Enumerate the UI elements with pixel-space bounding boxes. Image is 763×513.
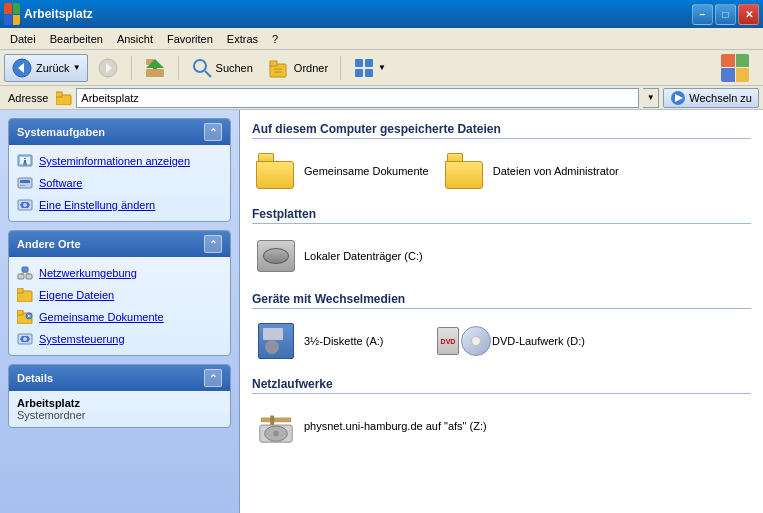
menu-favoriten[interactable]: Favoriten: [161, 31, 219, 47]
network-drive-label: physnet.uni-hamburg.de auf "afs" (Z:): [304, 420, 487, 432]
systemaufgaben-collapse[interactable]: ⌃: [204, 123, 222, 141]
gemeinsame-docs-icon: [17, 309, 33, 325]
search-label: Suchen: [216, 62, 253, 74]
andere-orte-section: Andere Orte ⌃ Netzwerkumgebung: [8, 230, 231, 356]
eigene-dateien-label: Eigene Dateien: [39, 289, 114, 301]
details-section: Details ⌃ Arbeitsplatz Systemordner: [8, 364, 231, 428]
address-value: Arbeitsplatz: [81, 92, 138, 104]
systemaufgaben-section: Systemaufgaben ⌃ Systeminformationen: [8, 118, 231, 222]
menu-bar: Datei Bearbeiten Ansicht Favoriten Extra…: [0, 28, 763, 50]
back-label: Zurück: [36, 62, 70, 74]
dvd-box: DVD: [437, 327, 459, 355]
gemeinsame-docs-label: Gemeinsame Dokumente: [39, 311, 164, 323]
details-header[interactable]: Details ⌃: [9, 365, 230, 391]
address-input[interactable]: Arbeitsplatz: [76, 88, 639, 108]
svg-point-8: [194, 60, 206, 72]
folders-icon: [269, 57, 291, 79]
maximize-button[interactable]: □: [715, 4, 736, 25]
sysinfo-link[interactable]: Systeminformationen anzeigen: [13, 151, 226, 171]
windows-logo: [715, 52, 755, 84]
svg-rect-17: [365, 69, 373, 77]
title-bar: Arbeitsplatz − □ ✕: [0, 0, 763, 28]
systemaufgaben-content: Systeminformationen anzeigen Software: [9, 145, 230, 221]
network-label: Netzwerkumgebung: [39, 267, 137, 279]
toolbar-separator-2: [178, 56, 179, 80]
removable-section-title: Geräte mit Wechselmedien: [252, 292, 751, 309]
address-dropdown[interactable]: ▼: [643, 88, 659, 108]
gemeinsame-docs-link[interactable]: Gemeinsame Dokumente: [13, 307, 226, 327]
andere-orte-header[interactable]: Andere Orte ⌃: [9, 231, 230, 257]
local-drive-label: Lokaler Datenträger (C:): [304, 250, 423, 262]
settings-link[interactable]: Eine Einstellung ändern: [13, 195, 226, 215]
settings-label: Eine Einstellung ändern: [39, 199, 155, 211]
network-drive-item[interactable]: physnet.uni-hamburg.de auf "afs" (Z:): [252, 402, 491, 450]
go-icon: [670, 90, 686, 106]
svg-line-9: [205, 71, 211, 77]
network-section-title: Netzlaufwerke: [252, 377, 751, 394]
search-button[interactable]: Suchen: [184, 54, 260, 82]
sidebar: Systemaufgaben ⌃ Systeminformationen: [0, 110, 240, 513]
menu-datei[interactable]: Datei: [4, 31, 42, 47]
windows-flag-icon: [4, 3, 20, 25]
back-dropdown-arrow[interactable]: ▼: [73, 63, 81, 72]
back-button[interactable]: Zurück ▼: [4, 54, 88, 82]
network-link[interactable]: Netzwerkumgebung: [13, 263, 226, 283]
svg-rect-47: [261, 417, 291, 422]
go-button[interactable]: Wechseln zu: [663, 88, 759, 108]
drives-row: Lokaler Datenträger (C:): [252, 232, 751, 280]
details-subtitle: Systemordner: [17, 409, 222, 421]
dvd-item[interactable]: DVD DVD-Laufwerk (D:): [440, 317, 620, 365]
admin-docs-item[interactable]: Dateien von Administrator: [441, 147, 623, 195]
address-label: Adresse: [4, 92, 52, 104]
forward-button[interactable]: [90, 54, 126, 82]
menu-bearbeiten[interactable]: Bearbeiten: [44, 31, 109, 47]
content-area: Auf diesem Computer gespeicherte Dateien…: [240, 110, 763, 513]
shared-docs-item[interactable]: Gemeinsame Dokumente: [252, 147, 433, 195]
svg-point-32: [23, 203, 27, 207]
forward-icon: [97, 57, 119, 79]
systemsteuerung-label: Systemsteuerung: [39, 333, 125, 345]
views-dropdown-arrow[interactable]: ▼: [378, 63, 386, 72]
details-content: Arbeitsplatz Systemordner: [9, 391, 230, 427]
floppy-item[interactable]: 3½-Diskette (A:): [252, 317, 432, 365]
views-button[interactable]: ▼: [346, 54, 393, 82]
up-button[interactable]: [137, 54, 173, 82]
software-link[interactable]: Software: [13, 173, 226, 193]
menu-help[interactable]: ?: [266, 31, 284, 47]
close-button[interactable]: ✕: [738, 4, 759, 25]
toolbar: Zurück ▼ Suchen: [0, 50, 763, 86]
svg-rect-39: [17, 288, 23, 293]
folders-button[interactable]: Ordner: [262, 54, 335, 82]
svg-rect-16: [355, 69, 363, 77]
menu-ansicht[interactable]: Ansicht: [111, 31, 159, 47]
menu-extras[interactable]: Extras: [221, 31, 264, 47]
details-main-title: Arbeitsplatz: [17, 397, 222, 409]
svg-rect-25: [24, 160, 26, 163]
svg-rect-28: [20, 180, 30, 183]
svg-point-46: [23, 337, 27, 341]
window-title: Arbeitsplatz: [24, 7, 692, 21]
network-drive-icon: [256, 406, 296, 446]
address-folder-icon: [56, 90, 72, 106]
toolbar-separator-1: [131, 56, 132, 80]
local-drive-item[interactable]: Lokaler Datenträger (C:): [252, 232, 432, 280]
removable-row: 3½-Diskette (A:) DVD DVD-Laufwerk (D:): [252, 317, 751, 365]
svg-rect-41: [17, 310, 23, 315]
systemaufgaben-title: Systemaufgaben: [17, 126, 105, 138]
svg-rect-29: [20, 185, 25, 186]
svg-rect-26: [24, 158, 26, 159]
main-area: Systemaufgaben ⌃ Systeminformationen: [0, 110, 763, 513]
systemaufgaben-header[interactable]: Systemaufgaben ⌃: [9, 119, 230, 145]
svg-rect-19: [56, 92, 62, 97]
eigene-dateien-link[interactable]: Eigene Dateien: [13, 285, 226, 305]
hdd-icon: [256, 236, 296, 276]
details-collapse[interactable]: ⌃: [204, 369, 222, 387]
svg-rect-11: [270, 61, 277, 66]
svg-rect-14: [355, 59, 363, 67]
up-icon: [144, 57, 166, 79]
andere-orte-collapse[interactable]: ⌃: [204, 235, 222, 253]
drives-section-title: Festplatten: [252, 207, 751, 224]
minimize-button[interactable]: −: [692, 4, 713, 25]
shared-docs-label: Gemeinsame Dokumente: [304, 165, 429, 177]
systemsteuerung-link[interactable]: Systemsteuerung: [13, 329, 226, 349]
